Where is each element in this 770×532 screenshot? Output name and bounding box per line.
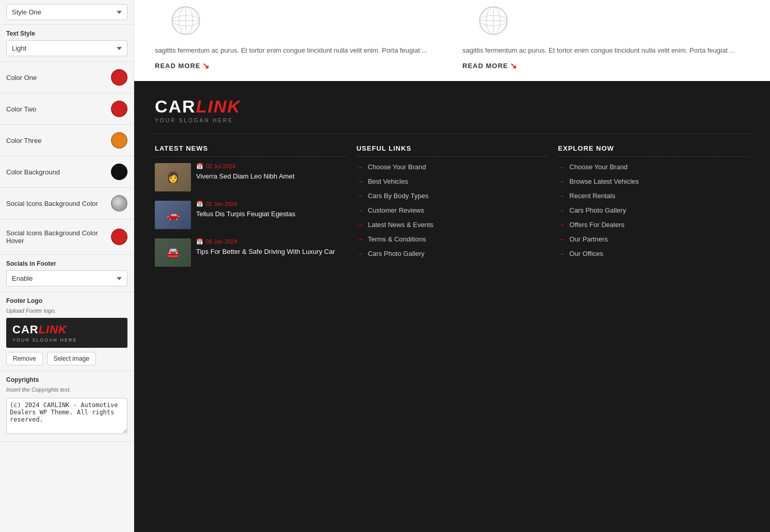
cards-area: sagittis fermentum ac purus. Et tortor e… xyxy=(134,0,770,81)
link-arrow-e6: → xyxy=(558,235,565,244)
card-item-1: sagittis fermentum ac purus. Et tortor e… xyxy=(155,0,442,71)
news-item-1: 👩 📅 02 Jul 2023 Viverra Sed Diam Leo Nib… xyxy=(155,163,346,191)
useful-link-7[interactable]: → Cars Photo Gallery xyxy=(357,250,548,258)
link-arrow-e1: → xyxy=(558,163,565,171)
copyrights-textarea[interactable] xyxy=(6,398,127,434)
link-text-u2: Best Vehicles xyxy=(368,178,408,185)
color-one-label: Color One xyxy=(6,74,37,82)
social-icons-bg-swatch[interactable] xyxy=(111,195,127,212)
useful-link-6[interactable]: → Terms & Conditions xyxy=(357,235,548,244)
useful-link-3[interactable]: → Cars By Body Types xyxy=(357,192,548,200)
footer-logo-car: CAR xyxy=(12,323,39,336)
footer-logo-slogan: YOUR SLOGAN HERE xyxy=(12,337,121,343)
card-1-text: sagittis fermentum ac purus. Et tortor e… xyxy=(155,45,442,56)
link-arrow-u1: → xyxy=(357,163,364,171)
news-item-3: 🚘 📅 08 Jan 2024 Tips For Better & Safe D… xyxy=(155,238,346,267)
card-1-read-more[interactable]: READ MORE ↘ xyxy=(155,61,442,71)
link-arrow-u3: → xyxy=(357,192,364,200)
link-text-e2: Browse Latest Vehicles xyxy=(569,178,638,185)
link-text-e1: Choose Your Brand xyxy=(569,163,628,171)
socials-footer-section: Socials in Footer Enable xyxy=(0,255,134,292)
link-text-e4: Cars Photo Gallery xyxy=(569,206,626,214)
style-dropdown[interactable]: Style One xyxy=(6,4,127,20)
explore-link-7[interactable]: → Our Offices xyxy=(558,250,749,258)
footer-logo-sublabel: Upload Footer logo. xyxy=(6,308,127,314)
color-two-label: Color Two xyxy=(6,105,36,113)
explore-link-5[interactable]: → Offers For Dealers xyxy=(558,221,749,229)
left-panel: Style One Text Style Light Color One Col… xyxy=(0,0,134,532)
card-2-read-more[interactable]: READ MORE ↘ xyxy=(462,61,749,71)
read-more-arrow-2: ↘ xyxy=(510,61,517,71)
copyrights-sublabel: Insert the Copyrights text. xyxy=(6,386,127,393)
footer-logo-section: Footer Logo Upload Footer logo. CARLINK … xyxy=(0,292,134,371)
footer-col-useful-links: USEFUL LINKS → Choose Your Brand → Best … xyxy=(357,144,548,276)
link-text-e7: Our Offices xyxy=(569,250,603,257)
link-text-e6: Our Partners xyxy=(569,235,607,243)
footer-logo-big: CARLINK YOUR SLOGAN HERE xyxy=(155,96,749,123)
useful-link-5[interactable]: → Latest News & Events xyxy=(357,221,548,229)
useful-link-4[interactable]: → Customer Reviews xyxy=(357,206,548,215)
right-panel: sagittis fermentum ac purus. Et tortor e… xyxy=(134,0,770,532)
footer-columns: LATEST NEWS 👩 📅 02 Jul 2023 Viverra Sed … xyxy=(155,144,749,276)
remove-logo-button[interactable]: Remove xyxy=(6,352,43,365)
card-image-2 xyxy=(462,0,524,41)
footer-dark: CARLINK YOUR SLOGAN HERE LATEST NEWS 👩 📅 xyxy=(134,81,770,533)
color-three-row: Color Three xyxy=(0,125,134,156)
link-arrow-u7: → xyxy=(357,250,364,258)
link-arrow-u5: → xyxy=(357,221,364,229)
link-arrow-e4: → xyxy=(558,206,565,215)
footer-main-logo-link: LINK xyxy=(196,96,241,116)
color-two-swatch[interactable] xyxy=(111,101,127,117)
calendar-icon-2: 📅 xyxy=(196,201,203,207)
footer-logo-area: CARLINK YOUR SLOGAN HERE xyxy=(155,96,749,134)
news-title-1: Viverra Sed Diam Leo Nibh Amet xyxy=(196,172,295,181)
news-thumb-1: 👩 xyxy=(155,163,191,191)
link-text-u3: Cars By Body Types xyxy=(368,192,429,200)
news-title-3: Tips For Better & Safe Driving With Luxu… xyxy=(196,247,335,256)
color-two-row: Color Two xyxy=(0,93,134,125)
news-title-2: Tellus Dis Turpis Feugiat Egestas xyxy=(196,209,295,219)
explore-link-3[interactable]: → Recent Rentals xyxy=(558,192,749,200)
useful-links-title: USEFUL LINKS xyxy=(357,144,548,157)
news-content-3: 📅 08 Jan 2024 Tips For Better & Safe Dri… xyxy=(196,238,335,256)
footer-logo-preview: CARLINK YOUR SLOGAN HERE xyxy=(6,318,127,348)
color-three-label: Color Three xyxy=(6,137,41,144)
news-date-3: 📅 08 Jan 2024 xyxy=(196,238,335,245)
color-background-label: Color Background xyxy=(6,168,60,176)
footer-logo-label: Footer Logo xyxy=(6,297,127,304)
socials-footer-dropdown[interactable]: Enable xyxy=(6,270,127,286)
socials-footer-label: Socials in Footer xyxy=(6,260,127,267)
news-thumb-2: 🚗 xyxy=(155,201,191,229)
news-date-2: 📅 02 Jan 2024 xyxy=(196,201,295,207)
text-style-dropdown[interactable]: Light xyxy=(6,40,127,56)
news-content-2: 📅 02 Jan 2024 Tellus Dis Turpis Feugiat … xyxy=(196,201,295,219)
color-one-row: Color One xyxy=(0,62,134,93)
news-thumb-3: 🚘 xyxy=(155,238,191,267)
footer-col-explore: EXPLORE NOW → Choose Your Brand → Browse… xyxy=(558,144,749,276)
color-three-swatch[interactable] xyxy=(111,132,127,149)
news-item-2: 🚗 📅 02 Jan 2024 Tellus Dis Turpis Feugia… xyxy=(155,201,346,229)
explore-link-6[interactable]: → Our Partners xyxy=(558,235,749,244)
link-arrow-u6: → xyxy=(357,235,364,244)
link-text-e3: Recent Rentals xyxy=(569,192,615,200)
select-image-button[interactable]: Select image xyxy=(47,352,96,365)
calendar-icon-1: 📅 xyxy=(196,163,203,170)
card-image-1 xyxy=(155,0,217,41)
copyrights-section: Copyrights Insert the Copyrights text. xyxy=(0,371,134,442)
link-text-u6: Terms & Conditions xyxy=(368,235,426,243)
useful-link-1[interactable]: → Choose Your Brand xyxy=(357,163,548,171)
news-date-1: 📅 02 Jul 2023 xyxy=(196,163,295,170)
social-icons-bg-hover-swatch[interactable] xyxy=(111,229,127,245)
text-style-label: Text Style xyxy=(6,30,127,37)
color-one-swatch[interactable] xyxy=(111,69,127,86)
news-content-1: 📅 02 Jul 2023 Viverra Sed Diam Leo Nibh … xyxy=(196,163,295,181)
explore-link-4[interactable]: → Cars Photo Gallery xyxy=(558,206,749,215)
card-2-text: sagittis fermentum ac purus. Et tortor e… xyxy=(462,45,749,56)
latest-news-title: LATEST NEWS xyxy=(155,144,346,157)
footer-main-logo-text: CARLINK xyxy=(155,96,749,117)
color-background-swatch[interactable] xyxy=(111,164,127,180)
explore-link-2[interactable]: → Browse Latest Vehicles xyxy=(558,178,749,186)
explore-link-1[interactable]: → Choose Your Brand xyxy=(558,163,749,171)
link-arrow-e7: → xyxy=(558,250,565,258)
useful-link-2[interactable]: → Best Vehicles xyxy=(357,178,548,186)
